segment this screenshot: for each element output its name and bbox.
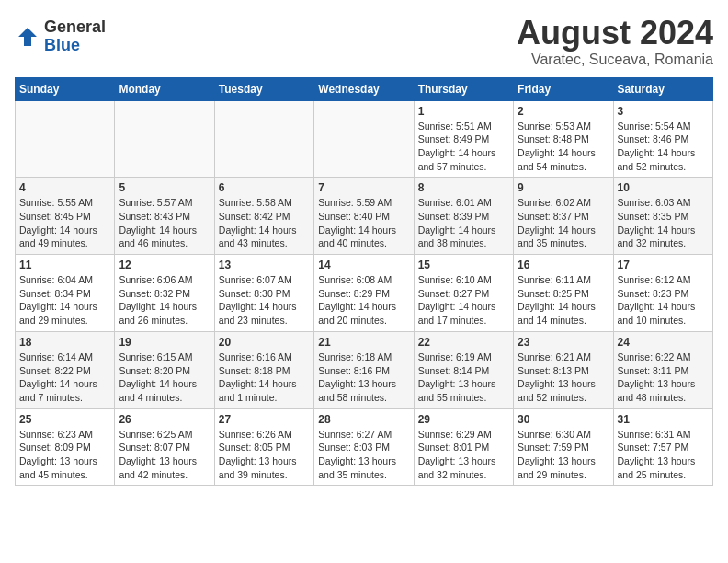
day-number: 22 <box>418 336 509 349</box>
day-info: Sunrise: 5:58 AM Sunset: 8:42 PM Dayligh… <box>219 196 310 250</box>
calendar-cell: 12Sunrise: 6:06 AM Sunset: 8:32 PM Dayli… <box>115 255 214 332</box>
day-number: 23 <box>518 336 609 349</box>
day-number: 21 <box>318 336 409 349</box>
title-block: August 2024 Varatec, Suceava, Romania <box>517 15 713 68</box>
day-info: Sunrise: 6:25 AM Sunset: 8:07 PM Dayligh… <box>119 428 210 482</box>
calendar-cell <box>214 100 313 178</box>
month-year: August 2024 <box>517 15 713 52</box>
calendar-cell <box>314 100 414 178</box>
day-number: 29 <box>418 413 509 426</box>
calendar-week-1: 1Sunrise: 5:51 AM Sunset: 8:49 PM Daylig… <box>16 100 713 178</box>
calendar-cell: 22Sunrise: 6:19 AM Sunset: 8:14 PM Dayli… <box>414 331 513 408</box>
day-number: 5 <box>119 181 210 194</box>
day-number: 26 <box>119 413 210 426</box>
day-info: Sunrise: 6:19 AM Sunset: 8:14 PM Dayligh… <box>418 350 509 405</box>
day-number: 30 <box>518 413 609 426</box>
page-header: General Blue August 2024 Varatec, Suceav… <box>15 15 713 68</box>
day-info: Sunrise: 6:29 AM Sunset: 8:01 PM Dayligh… <box>418 428 509 482</box>
calendar-week-3: 11Sunrise: 6:04 AM Sunset: 8:34 PM Dayli… <box>16 255 713 332</box>
logo: General Blue <box>15 18 106 55</box>
day-info: Sunrise: 6:12 AM Sunset: 8:23 PM Dayligh… <box>618 273 709 327</box>
day-number: 12 <box>119 259 210 271</box>
logo-general: General <box>44 18 106 37</box>
calendar-table: SundayMondayTuesdayWednesdayThursdayFrid… <box>15 77 713 487</box>
day-number: 15 <box>418 259 509 271</box>
day-number: 10 <box>618 181 709 194</box>
calendar-cell: 18Sunrise: 6:14 AM Sunset: 8:22 PM Dayli… <box>16 331 115 408</box>
calendar-cell: 14Sunrise: 6:08 AM Sunset: 8:29 PM Dayli… <box>314 255 414 332</box>
calendar-cell: 24Sunrise: 6:22 AM Sunset: 8:11 PM Dayli… <box>613 331 712 408</box>
calendar-cell: 8Sunrise: 6:01 AM Sunset: 8:39 PM Daylig… <box>414 178 513 255</box>
calendar-cell: 31Sunrise: 6:31 AM Sunset: 7:57 PM Dayli… <box>613 408 712 486</box>
column-header-saturday: Saturday <box>613 77 712 100</box>
calendar-cell: 17Sunrise: 6:12 AM Sunset: 8:23 PM Dayli… <box>613 255 712 332</box>
calendar-week-2: 4Sunrise: 5:55 AM Sunset: 8:45 PM Daylig… <box>16 178 713 255</box>
calendar-week-4: 18Sunrise: 6:14 AM Sunset: 8:22 PM Dayli… <box>16 331 713 408</box>
day-number: 9 <box>518 181 609 194</box>
calendar-header-row: SundayMondayTuesdayWednesdayThursdayFrid… <box>16 77 713 100</box>
day-info: Sunrise: 5:57 AM Sunset: 8:43 PM Dayligh… <box>119 196 210 250</box>
day-number: 17 <box>618 259 709 271</box>
day-number: 8 <box>418 181 509 194</box>
calendar-cell: 29Sunrise: 6:29 AM Sunset: 8:01 PM Dayli… <box>414 408 513 486</box>
day-info: Sunrise: 6:07 AM Sunset: 8:30 PM Dayligh… <box>219 273 310 327</box>
day-info: Sunrise: 6:01 AM Sunset: 8:39 PM Dayligh… <box>418 196 509 250</box>
column-header-tuesday: Tuesday <box>214 77 313 100</box>
day-info: Sunrise: 6:10 AM Sunset: 8:27 PM Dayligh… <box>418 273 509 327</box>
day-info: Sunrise: 5:51 AM Sunset: 8:49 PM Dayligh… <box>418 120 509 174</box>
location: Varatec, Suceava, Romania <box>517 52 713 68</box>
logo-icon <box>15 24 40 50</box>
calendar-cell: 13Sunrise: 6:07 AM Sunset: 8:30 PM Dayli… <box>214 255 313 332</box>
day-number: 13 <box>219 259 310 271</box>
logo-blue: Blue <box>44 37 106 55</box>
day-number: 31 <box>618 413 709 426</box>
column-header-friday: Friday <box>514 77 613 100</box>
calendar-cell: 21Sunrise: 6:18 AM Sunset: 8:16 PM Dayli… <box>314 331 414 408</box>
day-info: Sunrise: 5:55 AM Sunset: 8:45 PM Dayligh… <box>19 196 110 250</box>
calendar-cell <box>115 100 214 178</box>
calendar-cell: 3Sunrise: 5:54 AM Sunset: 8:46 PM Daylig… <box>613 100 712 178</box>
day-info: Sunrise: 6:02 AM Sunset: 8:37 PM Dayligh… <box>518 196 609 250</box>
day-info: Sunrise: 6:21 AM Sunset: 8:13 PM Dayligh… <box>518 350 609 405</box>
day-number: 16 <box>518 259 609 271</box>
calendar-cell: 16Sunrise: 6:11 AM Sunset: 8:25 PM Dayli… <box>514 255 613 332</box>
day-info: Sunrise: 6:03 AM Sunset: 8:35 PM Dayligh… <box>618 196 709 250</box>
calendar-cell: 23Sunrise: 6:21 AM Sunset: 8:13 PM Dayli… <box>514 331 613 408</box>
day-info: Sunrise: 6:22 AM Sunset: 8:11 PM Dayligh… <box>618 350 709 405</box>
day-number: 2 <box>518 105 609 118</box>
column-header-monday: Monday <box>115 77 214 100</box>
day-info: Sunrise: 6:23 AM Sunset: 8:09 PM Dayligh… <box>19 428 110 482</box>
calendar-cell: 19Sunrise: 6:15 AM Sunset: 8:20 PM Dayli… <box>115 331 214 408</box>
day-number: 3 <box>618 105 709 118</box>
svg-marker-1 <box>18 28 37 46</box>
day-number: 1 <box>418 105 509 118</box>
day-info: Sunrise: 6:06 AM Sunset: 8:32 PM Dayligh… <box>119 273 210 327</box>
calendar-cell: 28Sunrise: 6:27 AM Sunset: 8:03 PM Dayli… <box>314 408 414 486</box>
day-info: Sunrise: 6:27 AM Sunset: 8:03 PM Dayligh… <box>318 428 409 482</box>
calendar-cell: 5Sunrise: 5:57 AM Sunset: 8:43 PM Daylig… <box>115 178 214 255</box>
day-number: 7 <box>318 181 409 194</box>
calendar-cell: 27Sunrise: 6:26 AM Sunset: 8:05 PM Dayli… <box>214 408 313 486</box>
calendar-cell: 7Sunrise: 5:59 AM Sunset: 8:40 PM Daylig… <box>314 178 414 255</box>
calendar-cell: 4Sunrise: 5:55 AM Sunset: 8:45 PM Daylig… <box>16 178 115 255</box>
day-info: Sunrise: 5:54 AM Sunset: 8:46 PM Dayligh… <box>618 120 709 174</box>
day-info: Sunrise: 6:18 AM Sunset: 8:16 PM Dayligh… <box>318 350 409 405</box>
day-info: Sunrise: 6:16 AM Sunset: 8:18 PM Dayligh… <box>219 350 310 405</box>
day-info: Sunrise: 6:08 AM Sunset: 8:29 PM Dayligh… <box>318 273 409 327</box>
day-number: 24 <box>618 336 709 349</box>
calendar-cell: 30Sunrise: 6:30 AM Sunset: 7:59 PM Dayli… <box>514 408 613 486</box>
column-header-thursday: Thursday <box>414 77 513 100</box>
day-info: Sunrise: 6:30 AM Sunset: 7:59 PM Dayligh… <box>518 428 609 482</box>
column-header-sunday: Sunday <box>16 77 115 100</box>
column-header-wednesday: Wednesday <box>314 77 414 100</box>
day-number: 20 <box>219 336 310 349</box>
calendar-cell: 2Sunrise: 5:53 AM Sunset: 8:48 PM Daylig… <box>514 100 613 178</box>
day-number: 6 <box>219 181 310 194</box>
calendar-cell: 11Sunrise: 6:04 AM Sunset: 8:34 PM Dayli… <box>16 255 115 332</box>
calendar-cell: 9Sunrise: 6:02 AM Sunset: 8:37 PM Daylig… <box>514 178 613 255</box>
day-info: Sunrise: 6:14 AM Sunset: 8:22 PM Dayligh… <box>19 350 110 405</box>
day-number: 18 <box>19 336 110 349</box>
calendar-cell: 20Sunrise: 6:16 AM Sunset: 8:18 PM Dayli… <box>214 331 313 408</box>
day-number: 27 <box>219 413 310 426</box>
calendar-week-5: 25Sunrise: 6:23 AM Sunset: 8:09 PM Dayli… <box>16 408 713 486</box>
